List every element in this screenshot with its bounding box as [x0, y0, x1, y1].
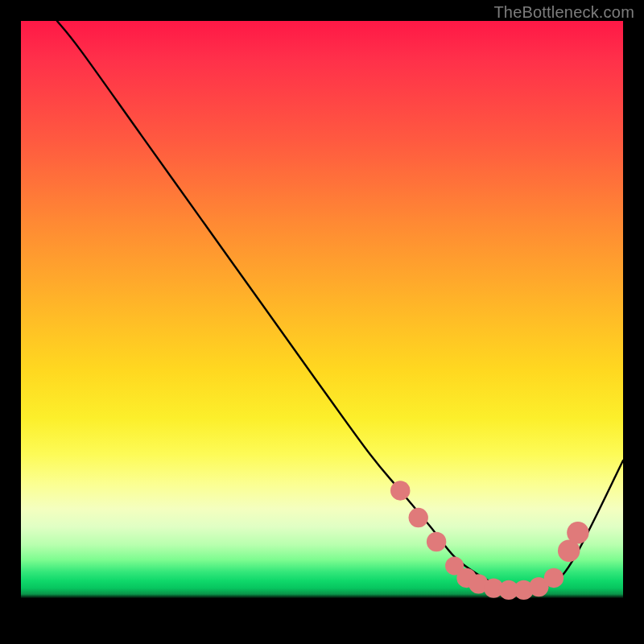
- chart-frame: TheBottleneck.com: [0, 0, 644, 644]
- curve-marker: [567, 522, 588, 543]
- watermark-text: TheBottleneck.com: [493, 3, 634, 22]
- curve-markers: [390, 481, 589, 600]
- curve-marker: [408, 508, 427, 527]
- plot-area: [21, 21, 623, 623]
- curve-marker: [544, 568, 564, 588]
- bottleneck-curve: [57, 21, 623, 590]
- curve-layer: [21, 21, 623, 623]
- curve-marker: [390, 481, 410, 500]
- curve-marker: [427, 532, 446, 551]
